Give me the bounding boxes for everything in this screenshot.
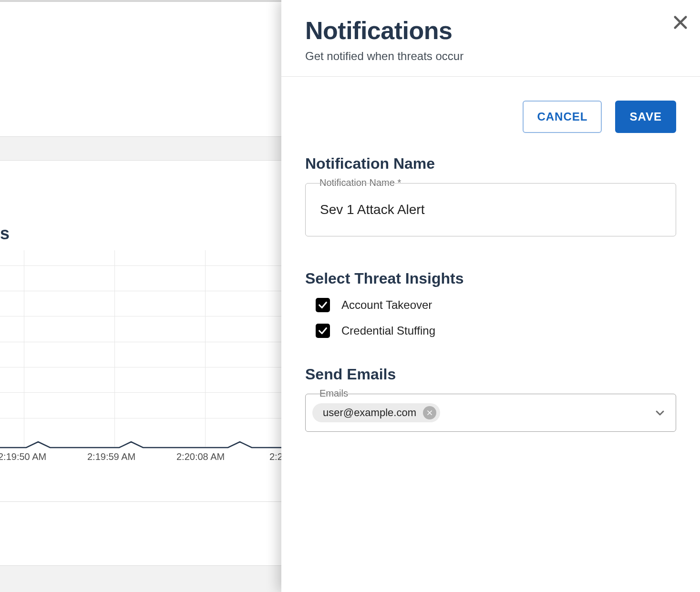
save-button[interactable]: SAVE: [615, 101, 676, 133]
x-axis-tick: 2:2: [269, 451, 283, 462]
bg-divider: [0, 501, 283, 502]
section-heading-threats: Select Threat Insights: [305, 270, 676, 287]
x-axis-tick: 2:20:08 AM: [176, 451, 225, 462]
cancel-button[interactable]: CANCEL: [523, 101, 602, 133]
email-chip: user@example.com: [312, 403, 440, 422]
checkbox-credential-stuffing[interactable]: [316, 324, 330, 338]
action-buttons: CANCEL SAVE: [305, 101, 676, 133]
checkbox-account-takeover[interactable]: [316, 298, 330, 312]
notifications-drawer: Notifications Get notified when threats …: [281, 0, 700, 592]
drawer-body: CANCEL SAVE Notification Name Notificati…: [281, 77, 700, 432]
section-heading-name: Notification Name: [305, 155, 676, 173]
checkbox-row-credential-stuffing: Credential Stuffing: [316, 324, 676, 338]
drawer-subtitle: Get notified when threats occur: [305, 50, 676, 63]
drawer-header: Notifications Get notified when threats …: [281, 0, 700, 77]
bg-footer-band: [0, 565, 283, 592]
emails-field[interactable]: Emails user@example.com: [305, 394, 676, 432]
email-chip-text: user@example.com: [323, 407, 416, 419]
checkbox-label: Credential Stuffing: [341, 324, 435, 337]
bg-grid: 2:19:50 AM 2:19:59 AM 2:20:08 AM 2:2: [0, 161, 283, 501]
threat-checkboxes: Account Takeover Credential Stuffing: [316, 298, 676, 338]
bg-strip: [0, 0, 283, 2]
section-heading-emails: Send Emails: [305, 366, 676, 383]
checkbox-row-account-takeover: Account Takeover: [316, 298, 676, 312]
checkbox-label: Account Takeover: [341, 298, 432, 312]
notification-name-input[interactable]: [319, 202, 662, 218]
notification-name-field[interactable]: Notification Name *: [305, 183, 676, 236]
bg-header-band: [0, 136, 283, 161]
remove-chip-icon[interactable]: [423, 406, 436, 419]
drawer-title: Notifications: [305, 16, 676, 45]
x-axis-tick: 2:19:59 AM: [87, 451, 135, 462]
x-axis-tick: 2:19:50 AM: [0, 451, 46, 462]
chevron-down-icon[interactable]: [649, 402, 671, 424]
